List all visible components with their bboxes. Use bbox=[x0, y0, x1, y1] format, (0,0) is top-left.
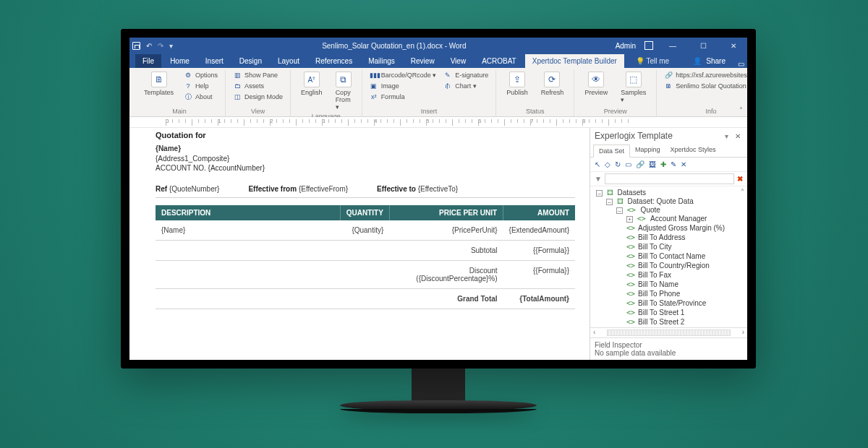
tool-calendar-icon[interactable]: ▭ bbox=[625, 160, 631, 168]
tool-delete-icon[interactable]: ✕ bbox=[681, 160, 686, 168]
tab-review[interactable]: Review bbox=[404, 54, 442, 68]
formula-button[interactable]: x²Formula bbox=[368, 92, 438, 102]
tab-acrobat[interactable]: ACROBAT bbox=[475, 54, 524, 68]
tool-edit-icon[interactable]: ✎ bbox=[671, 160, 676, 168]
info-doc[interactable]: 🗎Senlimo Solar Quotation bbox=[663, 81, 747, 91]
scroll-right-icon[interactable]: › bbox=[742, 328, 744, 337]
tree-field[interactable]: <>Bill To Street 1 bbox=[626, 308, 746, 317]
collapse-icon[interactable]: – bbox=[606, 199, 613, 205]
tab-view[interactable]: View bbox=[443, 54, 474, 68]
redo-icon[interactable]: ↷ bbox=[158, 42, 163, 50]
dataset-tree[interactable]: – ⚃ Datasets – ⚃ Dataset: Quote Data bbox=[590, 186, 747, 327]
help-icon: ? bbox=[184, 82, 192, 90]
tree-field[interactable]: <>Bill To Country/Region bbox=[626, 261, 746, 270]
expand-icon[interactable]: + bbox=[626, 216, 633, 223]
show-pane-toggle[interactable]: ▥Show Pane bbox=[231, 70, 284, 80]
assets-button[interactable]: 🗀Assets bbox=[231, 81, 284, 91]
tool-image-icon[interactable]: 🖼 bbox=[649, 160, 656, 168]
tool-diamond-icon[interactable]: ◇ bbox=[605, 160, 610, 168]
scroll-track[interactable] bbox=[607, 329, 730, 336]
tab-references[interactable]: References bbox=[308, 54, 359, 68]
field-label: Bill To Fax bbox=[638, 271, 671, 279]
tab-xpertdoc-template-builder[interactable]: Xpertdoc Template Builder bbox=[525, 54, 624, 68]
qat-customize-icon[interactable]: ▾ bbox=[169, 42, 173, 50]
tree-field[interactable]: <>Bill To City bbox=[626, 242, 746, 251]
eff-to-field: {EffectiveTo} bbox=[418, 185, 458, 193]
screen: ↶ ↷ ▾ Senlimo_Solar Quotation_en (1).doc… bbox=[129, 38, 747, 360]
tell-me[interactable]: 💡 Tell me bbox=[630, 54, 675, 68]
filter-icon[interactable]: ▼ bbox=[595, 175, 602, 183]
pane-tab-styles[interactable]: Xpertdoc Styles bbox=[665, 144, 721, 157]
pane-tab-mapping[interactable]: Mapping bbox=[630, 144, 665, 157]
english-button[interactable]: Aᵀ English bbox=[297, 70, 327, 98]
clear-search-icon[interactable]: ✖ bbox=[737, 175, 743, 183]
pane-search-input[interactable] bbox=[605, 173, 734, 184]
tree-field[interactable]: <>Adjusted Gross Margin (%) bbox=[626, 223, 746, 233]
tab-design[interactable]: Design bbox=[232, 54, 269, 68]
tree-scroll-up-icon[interactable]: ˄ bbox=[741, 188, 744, 196]
maximize-button[interactable]: ☐ bbox=[692, 42, 714, 50]
comments-icon[interactable]: ▭ bbox=[734, 60, 747, 68]
help-label: Help bbox=[195, 82, 209, 90]
tree-field[interactable]: <>Bill To Street 3 bbox=[626, 327, 746, 327]
barcode-button[interactable]: ▮▮▮Barcode/QRcode ▾ bbox=[368, 70, 438, 80]
pane-menu-icon[interactable]: ▾ bbox=[725, 132, 728, 140]
tree-field[interactable]: <>Bill To Phone bbox=[626, 289, 746, 298]
minimize-button[interactable]: — bbox=[662, 42, 684, 50]
collapse-icon[interactable]: – bbox=[596, 190, 603, 197]
link-icon: 🔗 bbox=[664, 71, 673, 79]
collapse-ribbon-icon[interactable]: ˄ bbox=[739, 106, 743, 114]
tab-home[interactable]: Home bbox=[163, 54, 197, 68]
copy-icon: ⧉ bbox=[336, 72, 352, 87]
col-price-per-unit: PRICE PER UNIT bbox=[389, 205, 503, 220]
tree-field[interactable]: <>Bill To Fax bbox=[626, 270, 746, 280]
tab-insert[interactable]: Insert bbox=[198, 54, 231, 68]
field-label: Bill To Name bbox=[638, 280, 678, 288]
tree-field[interactable]: <>Bill To Name bbox=[626, 280, 746, 289]
tree-dataset: – ⚃ Dataset: Quote Data – <> Quote bbox=[606, 197, 746, 327]
refresh-button[interactable]: ⟳ Refresh bbox=[537, 70, 569, 98]
ribbon-display-icon[interactable] bbox=[644, 41, 653, 50]
undo-icon[interactable]: ↶ bbox=[146, 42, 152, 50]
tool-add-icon[interactable]: ✚ bbox=[660, 160, 666, 168]
design-mode-toggle[interactable]: ◫Design Mode bbox=[231, 92, 284, 102]
tool-back-icon[interactable]: ↖ bbox=[595, 160, 600, 168]
tree-field[interactable]: <>Bill To Address bbox=[626, 233, 746, 242]
esign-label: E-signature bbox=[455, 72, 488, 79]
tree-field[interactable]: <>Bill To Contact Name bbox=[626, 251, 746, 261]
tab-mailings[interactable]: Mailings bbox=[361, 54, 402, 68]
about-button[interactable]: ⓘAbout bbox=[182, 92, 219, 102]
tool-link-icon[interactable]: 🔗 bbox=[636, 160, 644, 168]
copy-from-button[interactable]: ⧉ Copy From ▾ bbox=[331, 70, 356, 112]
info-url[interactable]: 🔗https://xsf.azurewebsites.net bbox=[663, 70, 747, 80]
pane-close-icon[interactable]: ✕ bbox=[733, 132, 743, 140]
collapse-icon[interactable]: – bbox=[616, 207, 623, 214]
tool-refresh-icon[interactable]: ↻ bbox=[615, 160, 621, 168]
options-button[interactable]: ⚙Options bbox=[182, 70, 219, 80]
scroll-left-icon[interactable]: ‹ bbox=[593, 328, 595, 337]
subtotal-label: Subtotal bbox=[389, 240, 503, 260]
preview-button[interactable]: 👁 Preview bbox=[580, 70, 612, 98]
tree-field[interactable]: <>Bill To Street 2 bbox=[626, 317, 746, 327]
field-icon: <> bbox=[637, 215, 646, 223]
image-button[interactable]: ▣Image bbox=[368, 81, 438, 91]
help-button[interactable]: ?Help bbox=[182, 81, 219, 91]
chart-button[interactable]: ⫛Chart ▾ bbox=[442, 81, 490, 91]
user-name[interactable]: Admin bbox=[616, 42, 636, 50]
tab-file[interactable]: File bbox=[135, 54, 161, 68]
ribbon-group-preview: 👁 Preview ⬚ Samples ▾ Preview bbox=[574, 70, 657, 116]
document-canvas[interactable]: Quotation for {Name} {Address1_Composite… bbox=[129, 128, 590, 360]
pane-horizontal-scrollbar[interactable]: ‹ › bbox=[590, 327, 747, 337]
horizontal-ruler[interactable]: 012345678 bbox=[129, 117, 747, 128]
tree-field[interactable]: <>Bill To State/Province bbox=[626, 298, 746, 308]
esign-button[interactable]: ✎E-signature bbox=[442, 70, 490, 80]
pane-tab-dataset[interactable]: Data Set bbox=[593, 145, 630, 158]
share-button[interactable]: 👤 Share bbox=[686, 54, 733, 68]
templates-button[interactable]: 🗎 Templates bbox=[140, 70, 178, 98]
tab-layout[interactable]: Layout bbox=[271, 54, 307, 68]
samples-button[interactable]: ⬚ Samples ▾ bbox=[616, 70, 650, 105]
publish-button[interactable]: ⇪ Publish bbox=[502, 70, 532, 98]
save-icon[interactable] bbox=[132, 42, 140, 50]
share-icon: 👤 bbox=[693, 57, 702, 65]
close-button[interactable]: ✕ bbox=[723, 42, 744, 50]
